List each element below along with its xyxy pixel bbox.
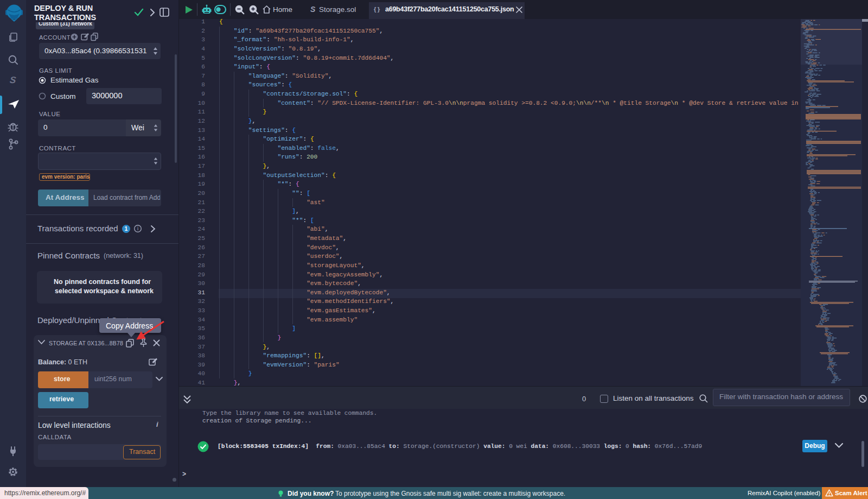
svg-text:1: 1 [125, 225, 128, 232]
svg-text:i: i [137, 226, 139, 231]
